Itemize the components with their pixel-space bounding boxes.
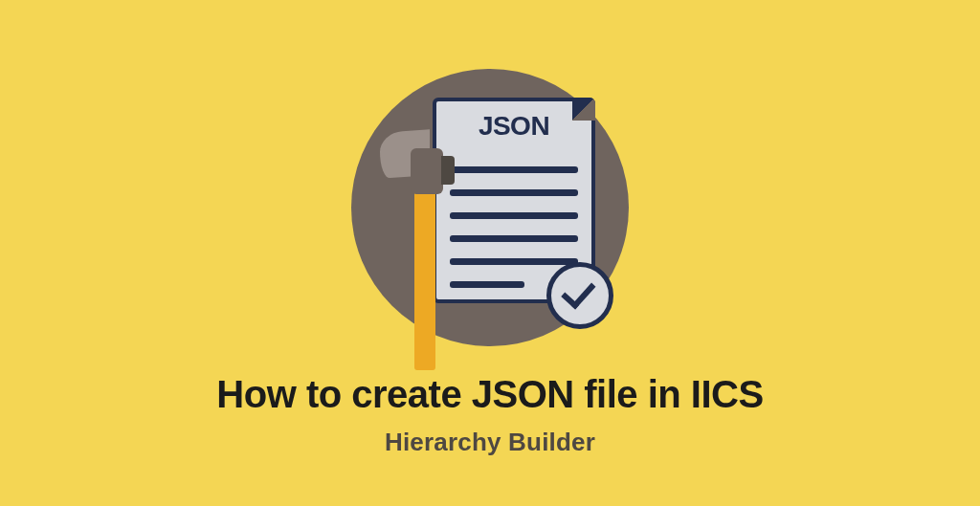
checkmark-icon (561, 274, 595, 309)
checkmark-circle-icon (546, 262, 613, 329)
hammer-face (441, 156, 455, 185)
hammer-handle (414, 169, 435, 370)
hero-graphic: JSON (351, 69, 629, 346)
page-subtitle: Hierarchy Builder (385, 428, 595, 457)
hammer-head (388, 131, 476, 177)
hammer-icon (388, 121, 474, 361)
hammer-neck (411, 148, 443, 194)
page-title: How to create JSON file in IICS (216, 373, 763, 416)
